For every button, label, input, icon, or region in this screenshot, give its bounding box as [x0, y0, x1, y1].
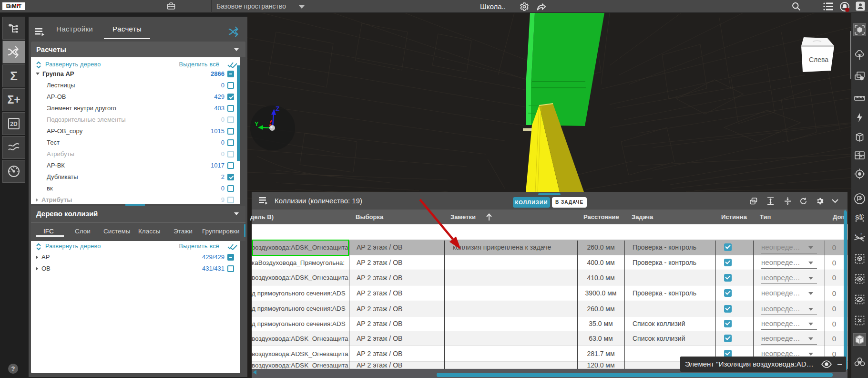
svg-text:Слева: Слева	[809, 56, 828, 63]
svg-text:2: 2	[860, 232, 862, 236]
svg-text:1: 1	[855, 233, 857, 237]
svg-text:2D: 2D	[10, 121, 18, 127]
svg-text:S1: S1	[855, 214, 863, 221]
svg-text:Z: Z	[276, 105, 280, 113]
svg-text:Y: Y	[255, 120, 259, 127]
